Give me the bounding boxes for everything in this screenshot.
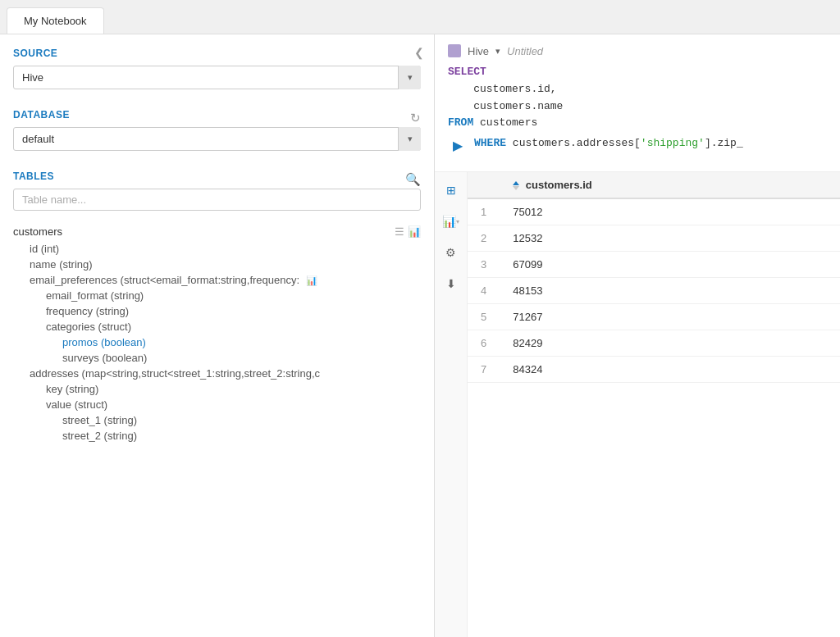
table-row: 5 71267 (468, 304, 840, 330)
column-email-preferences[interactable]: email_preferences (struct<email_format:s… (13, 272, 421, 288)
code-where-string: 'shipping' (641, 137, 705, 149)
sort-down-icon (513, 186, 519, 190)
editor-source-dropdown[interactable]: ▾ (495, 46, 500, 57)
row-value-cell: 75012 (500, 198, 840, 225)
run-query-button[interactable]: ▶ (448, 135, 468, 155)
inline-chart-icon: 📊 (306, 275, 317, 286)
sort-icons (513, 181, 519, 190)
column-promos[interactable]: promos (boolean) (13, 334, 421, 350)
chart-icon: 📊 (442, 215, 456, 228)
table-search-button[interactable]: 🔍 (405, 172, 421, 187)
editor-header: Hive ▾ Untitled (448, 44, 827, 57)
kw-select: SELECT (448, 66, 486, 78)
search-icon: 🔍 (405, 172, 421, 186)
chevron-left-icon: ❮ (414, 46, 424, 59)
row-num-cell: 4 (468, 278, 500, 304)
table-row: 7 84324 (468, 357, 840, 383)
download-icon[interactable]: ⬇ (440, 272, 463, 295)
row-num-cell: 5 (468, 304, 500, 330)
source-select[interactable]: Hive (13, 66, 421, 89)
row-value-cell: 84324 (500, 357, 840, 383)
code-where-rest: ].zip_ (705, 137, 743, 149)
table-row: 4 48153 (468, 278, 840, 304)
gear-icon[interactable]: ⚙ (440, 241, 463, 264)
main-layout: ❮ SOURCE Hive ▾ DATABASE ↻ default ▾ (0, 34, 840, 637)
editor-source-name: Hive (468, 45, 489, 57)
chart-dropdown-arrow: ▾ (456, 218, 459, 225)
table-actions-customers: ☰ 📊 (395, 225, 421, 238)
query-editor: Hive ▾ Untitled SELECT customers.id, cus… (435, 34, 840, 172)
row-num-cell: 6 (468, 330, 500, 357)
column-email-format[interactable]: email_format (string) (13, 288, 421, 303)
tables-header: TABLES 🔍 (13, 171, 421, 189)
column-id[interactable]: id (int) (13, 241, 421, 257)
sidebar: ❮ SOURCE Hive ▾ DATABASE ↻ default ▾ (0, 34, 435, 637)
table-customers-header: customers ☰ 📊 (13, 225, 421, 238)
tables-section: TABLES 🔍 (0, 157, 434, 225)
database-label: DATABASE (13, 109, 70, 121)
column-header-label: customers.id (526, 179, 592, 191)
list-icon[interactable]: ☰ (395, 225, 404, 238)
column-value[interactable]: value (struct) (13, 397, 421, 412)
column-frequency[interactable]: frequency (string) (13, 303, 421, 319)
grid-view-icon[interactable]: ⊞ (440, 179, 463, 202)
code-where-field: customers.addresses[ (513, 137, 641, 149)
results-table: customers.id 1 75012 2 12532 3 67099 4 4… (468, 172, 840, 383)
notebook-tab[interactable]: My Notebook (7, 7, 104, 34)
tables-label: TABLES (13, 171, 54, 182)
results-table-container: customers.id 1 75012 2 12532 3 67099 4 4… (468, 172, 840, 637)
source-icon (448, 44, 461, 57)
tab-bar: My Notebook (0, 0, 840, 34)
kw-where: WHERE (474, 137, 506, 149)
source-select-wrapper: Hive ▾ (13, 66, 421, 89)
column-surveys[interactable]: surveys (boolean) (13, 350, 421, 366)
row-value-cell: 48153 (500, 278, 840, 304)
bar-chart-icon[interactable]: 📊 (408, 225, 421, 238)
column-customers-id-header[interactable]: customers.id (500, 172, 840, 198)
editor-title[interactable]: Untitled (507, 45, 543, 57)
row-num-cell: 7 (468, 357, 500, 383)
notebook-tab-label: My Notebook (24, 15, 87, 27)
column-street-2[interactable]: street_2 (string) (13, 428, 421, 444)
column-key[interactable]: key (string) (13, 381, 421, 397)
table-name-customers[interactable]: customers (13, 225, 62, 238)
database-select-wrapper: default ▾ (13, 127, 421, 151)
sort-up-icon (513, 181, 519, 185)
content-area: Hive ▾ Untitled SELECT customers.id, cus… (435, 34, 840, 637)
table-row: 2 12532 (468, 225, 840, 252)
column-addresses[interactable]: addresses (map<string,struct<street_1:st… (13, 366, 421, 381)
database-select[interactable]: default (13, 127, 421, 151)
row-num-cell: 3 (468, 252, 500, 278)
database-header: DATABASE ↻ (13, 109, 421, 127)
chart-view-icon[interactable]: 📊 ▾ (440, 210, 463, 233)
row-value-cell: 82429 (500, 330, 840, 357)
sidebar-collapse-button[interactable]: ❮ (411, 44, 427, 61)
column-street-1[interactable]: street_1 (string) (13, 412, 421, 428)
schema-tree: customers ☰ 📊 id (int) name (string) ema… (0, 225, 434, 457)
row-num-cell: 1 (468, 198, 500, 225)
table-row: 6 82429 (468, 330, 840, 357)
code-from-table: customers (480, 116, 537, 129)
table-row: 3 67099 (468, 252, 840, 278)
row-value-cell: 71267 (500, 304, 840, 330)
source-label: SOURCE (13, 48, 421, 59)
source-section: SOURCE Hive ▾ (0, 34, 434, 96)
kw-from: FROM (448, 116, 473, 129)
refresh-icon: ↻ (410, 111, 421, 125)
table-row: 1 75012 (468, 198, 840, 225)
row-value-cell: 12532 (500, 225, 840, 252)
code-block[interactable]: SELECT customers.id, customers.name FROM… (448, 64, 827, 162)
table-search-input[interactable] (13, 189, 421, 211)
database-section: DATABASE ↻ default ▾ (0, 96, 434, 157)
row-num-cell: 2 (468, 225, 500, 252)
row-value-cell: 67099 (500, 252, 840, 278)
results-area: ⊞ 📊 ▾ ⚙ ⬇ (435, 172, 840, 637)
column-categories[interactable]: categories (struct) (13, 319, 421, 334)
refresh-button[interactable]: ↻ (410, 111, 421, 125)
code-line-3: customers.name (448, 100, 563, 112)
code-line-2: customers.id, (448, 83, 557, 95)
row-number-header (468, 172, 500, 198)
column-name[interactable]: name (string) (13, 257, 421, 272)
results-sidebar: ⊞ 📊 ▾ ⚙ ⬇ (435, 172, 468, 637)
